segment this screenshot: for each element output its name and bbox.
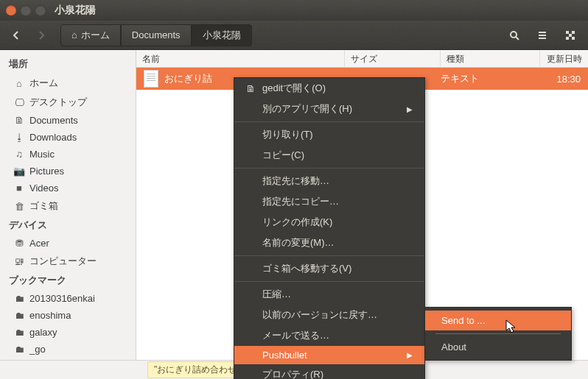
menu-separator — [234, 121, 424, 122]
menu-item[interactable]: コピー(C) — [234, 145, 424, 166]
menu-item-label: 別のアプリで開く(H) — [262, 102, 352, 116]
menu-item-label: プロパティ(R) — [262, 368, 323, 379]
context-submenu[interactable]: Send to ...About — [424, 307, 572, 361]
menu-separator — [234, 168, 424, 169]
menu-item[interactable]: 名前の変更(M)… — [234, 233, 424, 253]
sidebar-heading: ブックマーク — [0, 271, 136, 290]
sidebar-item-icon: 🖿 — [13, 293, 25, 304]
menu-separator — [435, 333, 561, 334]
menu-item[interactable]: 指定先に移動… — [234, 171, 424, 191]
svg-rect-5 — [572, 37, 575, 40]
list-view-button[interactable] — [531, 25, 554, 46]
menu-item-label: 名前の変更(M)… — [262, 236, 335, 249]
sidebar-item[interactable]: ⌂ホーム — [0, 74, 136, 93]
sidebar-item-label: enoshima — [29, 310, 71, 321]
breadcrumb: ⌂ ホーム Documents 小泉花陽 — [60, 24, 252, 46]
svg-rect-4 — [566, 37, 569, 40]
svg-rect-3 — [569, 34, 572, 37]
sidebar-item[interactable]: 🖵デスクトップ — [0, 93, 136, 112]
menu-item[interactable]: 🗎geditで開く(O) — [234, 78, 424, 99]
text-file-icon — [144, 70, 158, 88]
submenu-item[interactable]: About — [425, 337, 571, 357]
menu-separator — [234, 255, 424, 256]
svg-rect-2 — [572, 31, 575, 34]
sidebar-item-icon: ⭳ — [13, 132, 25, 143]
menu-item-label: メールで送る… — [262, 329, 329, 342]
sidebar-item[interactable]: 🗎Documents — [0, 112, 136, 129]
sidebar-item[interactable]: 🖿_go — [0, 341, 136, 358]
sidebar-item[interactable]: ⛃Acer — [0, 235, 136, 252]
path-current[interactable]: 小泉花陽 — [192, 24, 252, 46]
submenu-arrow-icon: ▶ — [407, 105, 413, 113]
search-button[interactable] — [503, 25, 526, 46]
sidebar-item-label: デスクトップ — [29, 96, 87, 109]
sidebar-item-label: コンピューター — [29, 255, 97, 268]
titlebar: 小泉花陽 — [0, 0, 588, 21]
col-date[interactable]: 更新日時 — [540, 50, 588, 67]
sidebar-item[interactable]: 📷Pictures — [0, 163, 136, 180]
submenu-item[interactable]: Send to ... — [425, 311, 571, 330]
sidebar-item[interactable]: ■Videos — [0, 180, 136, 196]
submenu-arrow-icon: ▶ — [407, 351, 413, 359]
menu-item[interactable]: リンクの作成(K) — [234, 212, 424, 233]
menu-item[interactable]: 切り取り(T) — [234, 124, 424, 145]
col-type[interactable]: 種類 — [441, 50, 540, 67]
menu-item[interactable]: プロパティ(R) — [234, 364, 424, 379]
sidebar-heading: 場所 — [0, 54, 136, 74]
sidebar-item-icon: 🖿 — [13, 344, 25, 355]
menu-item[interactable]: メールで送る… — [234, 325, 424, 346]
path-documents[interactable]: Documents — [121, 24, 192, 46]
sidebar-item-label: ゴミ箱 — [29, 199, 58, 213]
sidebar-item[interactable]: 🖿galaxy — [0, 324, 136, 341]
svg-rect-1 — [566, 31, 569, 34]
menu-item[interactable]: 別のアプリで開く(H)▶ — [234, 99, 424, 119]
forward-button[interactable] — [29, 25, 53, 46]
menu-item[interactable]: 以前のバージョンに戻す… — [234, 305, 424, 325]
menu-item-label: 以前のバージョンに戻す… — [262, 308, 377, 322]
sidebar-item-icon: 📷 — [13, 166, 25, 177]
sidebar-item-label: Music — [29, 149, 55, 160]
menu-item-label: geditで開く(O) — [262, 82, 326, 95]
sidebar-item-label: Downloads — [29, 132, 77, 143]
sidebar-item-icon: ♫ — [13, 149, 25, 160]
menu-item[interactable]: 圧縮… — [234, 284, 424, 305]
submenu-item-label: Send to ... — [441, 315, 485, 326]
menu-item-label: 切り取り(T) — [262, 128, 313, 141]
sidebar-item[interactable]: 🖿20130316enkai — [0, 290, 136, 307]
grid-view-button[interactable] — [559, 25, 582, 46]
maximize-icon[interactable] — [35, 5, 46, 15]
sidebar-item-label: Pictures — [29, 166, 64, 177]
context-menu[interactable]: 🗎geditで開く(O)別のアプリで開く(H)▶切り取り(T)コピー(C)指定先… — [234, 77, 425, 379]
menu-item[interactable]: 指定先にコピー… — [234, 191, 424, 212]
minimize-icon[interactable] — [21, 5, 31, 15]
menu-item[interactable]: ゴミ箱へ移動する(V) — [234, 258, 424, 279]
sidebar-item-label: _go — [29, 344, 46, 355]
sidebar-heading: デバイス — [0, 216, 136, 235]
sidebar-item-label: Acer — [29, 238, 49, 249]
sidebar-item[interactable]: 🖿enoshima — [0, 307, 136, 324]
sidebar-item-label: ホーム — [29, 77, 58, 90]
sidebar-item[interactable]: ⭳Downloads — [0, 129, 136, 146]
sidebar-item[interactable]: 🗑ゴミ箱 — [0, 196, 136, 216]
document-icon: 🗎 — [246, 83, 256, 94]
submenu-item-label: About — [441, 341, 466, 353]
sidebar-item-icon: 🗑 — [13, 201, 25, 212]
path-home[interactable]: ⌂ ホーム — [60, 24, 121, 46]
sidebar-item-icon: 🖳 — [13, 256, 25, 267]
menu-item-label: ゴミ箱へ移動する(V) — [262, 262, 351, 275]
back-button[interactable] — [4, 25, 28, 46]
menu-item-label: 圧縮… — [262, 288, 291, 301]
menu-separator — [234, 281, 424, 282]
sidebar-item[interactable]: ♫Music — [0, 146, 136, 163]
sidebar-item-label: Videos — [29, 183, 59, 194]
home-icon: ⌂ — [71, 29, 77, 40]
menu-item[interactable]: Pushbullet▶ — [234, 346, 424, 364]
svg-point-0 — [511, 32, 517, 38]
col-size[interactable]: サイズ — [345, 50, 441, 67]
menu-item-label: リンクの作成(K) — [262, 216, 332, 229]
close-icon[interactable] — [6, 5, 16, 15]
col-name[interactable]: 名前 — [136, 50, 345, 67]
sidebar-item[interactable]: 🖳コンピューター — [0, 252, 136, 271]
column-header: 名前 サイズ 種類 更新日時 — [136, 50, 588, 68]
sidebar: 場所⌂ホーム🖵デスクトップ🗎Documents⭳Downloads♫Music📷… — [0, 50, 136, 360]
